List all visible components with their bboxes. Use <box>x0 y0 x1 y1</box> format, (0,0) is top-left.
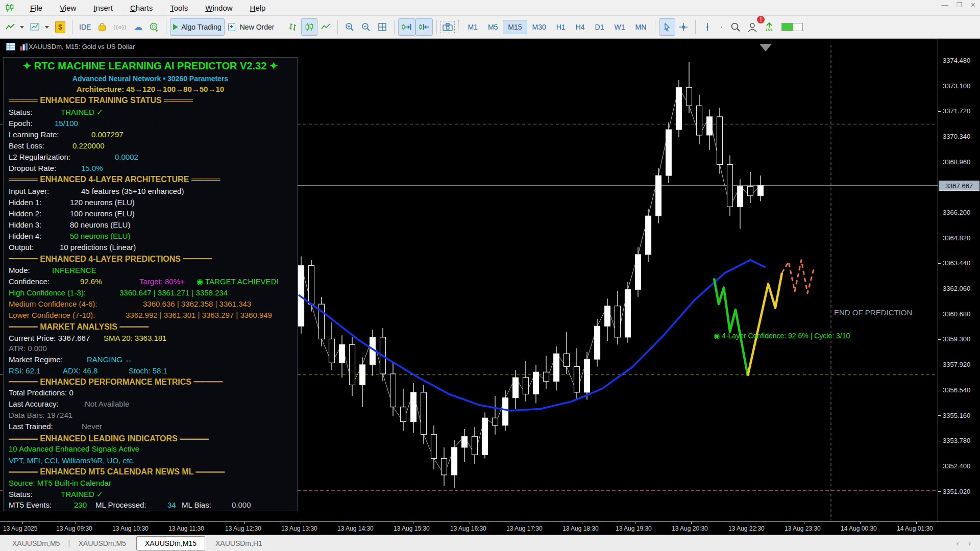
timeframe-mn[interactable]: MN <box>630 20 652 34</box>
ea-panel-line: ✦ RTC MACHINE LEARNING AI PREDICTOR V2.3… <box>4 61 297 71</box>
tabs-scroll-left-button[interactable]: ‹ <box>957 539 959 547</box>
menu-charts[interactable]: Charts <box>130 4 153 12</box>
price-tick: 3362.060 <box>943 285 970 292</box>
community-icon <box>149 22 159 32</box>
time-tick: 13 Aug 16:30 <box>450 525 486 532</box>
menu-insert[interactable]: Insert <box>93 4 113 12</box>
ea-panel-line: ═════ ENHANCED MT5 CALENDAR NEWS ML ════… <box>4 467 297 477</box>
ea-panel-line: VPT, MFI, CCI, Williams%R, UO, etc. <box>4 456 297 466</box>
minimize-button[interactable]: — <box>941 1 948 9</box>
price-tick: 3364.820 <box>943 234 970 242</box>
chart-tab-xauusdm-m5[interactable]: XAUUSDm,M5 <box>71 537 133 549</box>
cursor-tool-button[interactable] <box>659 18 675 36</box>
menu-window[interactable]: Window <box>205 4 232 12</box>
ea-panel-line: 10 Advanced Enhanced Signals Active <box>4 444 297 454</box>
indicator-icon <box>30 22 40 32</box>
signal-icon: ((o)) <box>113 24 127 30</box>
chart-shift-toggle[interactable] <box>415 18 433 36</box>
auto-scroll-icon <box>401 22 412 32</box>
more-tools-dot[interactable] <box>721 27 722 28</box>
chart-style-dropdown[interactable] <box>2 18 27 36</box>
ea-panel-line: Advanced Neural Network • 30260 Paramete… <box>4 73 297 84</box>
community-button[interactable] <box>146 18 162 36</box>
search-icon <box>730 22 741 32</box>
ide-button[interactable]: IDE <box>76 18 94 36</box>
candles-mode-button[interactable] <box>301 18 317 36</box>
ea-panel-line: Hidden 4:50 neurons (ELU) <box>4 231 297 241</box>
timeframe-m30[interactable]: M30 <box>527 20 551 34</box>
screenshot-button[interactable] <box>440 21 455 33</box>
tab-separator: | <box>68 539 70 548</box>
ea-panel-line: ═════ ENHANCED 4-LAYER ARCHITECTURE ════… <box>4 174 297 185</box>
chart-tab-xauusdm-m5[interactable]: XAUUSDm,M5 <box>5 537 67 549</box>
time-tick: 13 Aug 10:30 <box>112 525 149 532</box>
ea-panel-line: ═════ MARKET ANALYSIS ═════ <box>4 322 297 332</box>
time-tick: 14 Aug 00:30 <box>841 525 877 532</box>
chart-title: XAUUSDm, M15: Gold vs US Dollar <box>29 43 135 51</box>
ea-panel-line: Data Bars: 197241 <box>4 410 297 420</box>
candles-icon <box>305 22 314 32</box>
menu-help[interactable]: Help <box>250 4 266 12</box>
menu-tools[interactable]: Tools <box>170 4 188 12</box>
timeframe-d1[interactable]: D1 <box>590 20 609 34</box>
chart-tab-xauusdm-m15[interactable]: XAUUSDm,M15 <box>136 536 205 550</box>
ea-panel-line: Learning Rate:0.007297 <box>4 130 297 140</box>
line-mode-button[interactable] <box>317 18 334 36</box>
auto-scroll-toggle[interactable] <box>398 18 415 36</box>
timeframe-h4[interactable]: H4 <box>571 20 590 34</box>
chart-tab-xauusdm-h1[interactable]: XAUUSDm,H1 <box>208 537 270 549</box>
menu-file[interactable]: File <box>30 4 42 12</box>
crosshair-tool-button[interactable] <box>675 18 692 36</box>
time-axis[interactable]: 13 Aug 202513 Aug 09:3013 Aug 10:3013 Au… <box>0 521 980 535</box>
zoom-out-button[interactable] <box>358 18 374 36</box>
price-tick: 3353.780 <box>943 437 970 444</box>
timeframe-m1[interactable]: M1 <box>462 20 482 34</box>
vertical-line-tool-button[interactable] <box>699 18 716 36</box>
ea-panel-line: ═════ ENHANCED PERFORMANCE METRICS ═════ <box>4 377 297 387</box>
tabs-scroll-right-button[interactable]: › <box>968 539 971 547</box>
time-tick: 13 Aug 11:30 <box>168 525 204 532</box>
ea-panel-line: RSI: 62.1ADX: 46.8Stoch: 58.1 <box>4 366 297 376</box>
time-tick: 13 Aug 17:30 <box>506 525 543 532</box>
indicators-dropdown[interactable] <box>27 18 52 36</box>
market-button[interactable] <box>94 18 110 36</box>
timeframe-group: M1M5M15M30H1H4D1W1MN <box>462 20 651 34</box>
ea-panel-line: Confidence:92.6%Target: 80%+◉ TARGET ACH… <box>4 277 297 287</box>
ea-panel-line: Market Regime:RANGING ↔ <box>4 355 297 365</box>
ea-panel-line: Hidden 1:120 neurons (ELU) <box>4 197 297 208</box>
timeframe-m5[interactable]: M5 <box>483 20 503 34</box>
ea-panel-line: Lower Confidence (7-10):3362.992 | 3361.… <box>4 310 297 320</box>
search-button[interactable] <box>727 18 744 36</box>
account-button[interactable]: 1 <box>744 18 761 36</box>
ea-panel-line: Epoch:15/100 <box>4 118 297 129</box>
price-axis[interactable]: 3374.4803373.1003371.7203370.3403368.960… <box>938 39 980 521</box>
new-order-button[interactable]: New Order <box>225 18 278 36</box>
algo-trading-toggle[interactable]: Algo Trading <box>170 18 225 36</box>
tile-windows-icon <box>378 22 387 32</box>
ea-panel-line: Output:10 predictions (Linear) <box>4 242 297 253</box>
chart-stats-icon <box>19 43 29 53</box>
deposit-button[interactable]: $ <box>52 18 68 36</box>
maximize-button[interactable]: ❐ <box>956 1 962 9</box>
mt5-logo-icon <box>5 3 14 12</box>
ea-panel-line: Total Predictions: 0 <box>4 388 297 398</box>
ea-panel-line: Best Loss:0.220000 <box>4 141 297 151</box>
ea-panel-line: MT5 Events:230ML Processed:34ML Bias:0.0… <box>4 500 297 510</box>
mt5-application: FileViewInsertChartsToolsWindowHelp — ❐ … <box>0 0 980 551</box>
timeframe-h1[interactable]: H1 <box>551 20 571 34</box>
timeframe-m15[interactable]: M15 <box>503 20 527 34</box>
close-button[interactable]: ✕ <box>970 1 976 9</box>
ea-panel-line: Last Accuracy:Not Available <box>4 399 297 409</box>
timeframe-w1[interactable]: W1 <box>609 20 630 34</box>
time-tick: 13 Aug 22:30 <box>728 525 765 532</box>
price-tick: 3352.400 <box>943 462 970 470</box>
cloud-button[interactable]: ☁ <box>130 18 146 36</box>
zoom-in-icon <box>345 22 355 32</box>
menu-view[interactable]: View <box>60 4 76 12</box>
zoom-in-button[interactable] <box>341 18 358 36</box>
bar-chart-mode-button[interactable] <box>285 18 301 36</box>
signals-button[interactable]: ((o)) <box>110 18 130 36</box>
crosshair-icon <box>679 22 688 32</box>
ea-panel-line: ═════ ENHANCED TRAINING STATUS ═════ <box>4 95 297 106</box>
tile-windows-button[interactable] <box>374 18 390 36</box>
